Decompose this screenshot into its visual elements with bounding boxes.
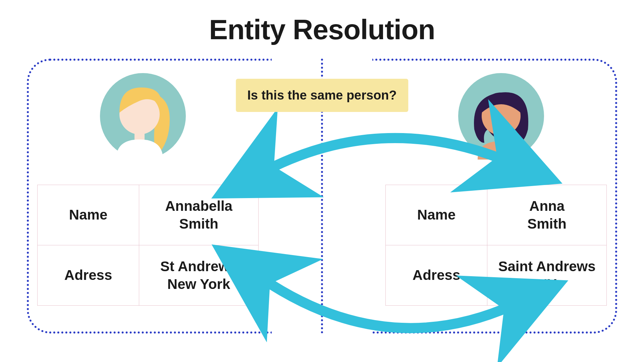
field-value-name: AnnaSmith — [487, 185, 607, 245]
table-row: Name AnnabellaSmith — [38, 185, 259, 245]
field-value-address: Saint AndrewsNY — [487, 245, 607, 306]
field-value-name: AnnabellaSmith — [139, 185, 259, 245]
entity-table-right: Name AnnaSmith Adress Saint AndrewsNY — [385, 185, 607, 306]
field-value-address: St AndrewsNew York — [139, 245, 259, 306]
avatar-right — [458, 72, 545, 160]
field-label-address: Adress — [386, 245, 487, 306]
field-label-name: Name — [38, 185, 139, 245]
field-label-address: Adress — [38, 245, 139, 306]
table-row: Adress St AndrewsNew York — [38, 245, 259, 306]
page-title: Entity Resolution — [0, 13, 644, 46]
svg-rect-5 — [496, 132, 506, 141]
entity-panel-left: Name AnnabellaSmith Adress St AndrewsNew… — [27, 59, 272, 334]
field-label-name: Name — [386, 185, 487, 245]
table-row: Adress Saint AndrewsNY — [386, 245, 607, 306]
entity-panel-right: Name AnnaSmith Adress Saint AndrewsNY — [372, 59, 617, 334]
entity-table-left: Name AnnabellaSmith Adress St AndrewsNew… — [37, 185, 259, 306]
avatar-left — [99, 72, 186, 160]
question-callout: Is this the same person? — [236, 79, 408, 112]
table-row: Name AnnaSmith — [386, 185, 607, 245]
